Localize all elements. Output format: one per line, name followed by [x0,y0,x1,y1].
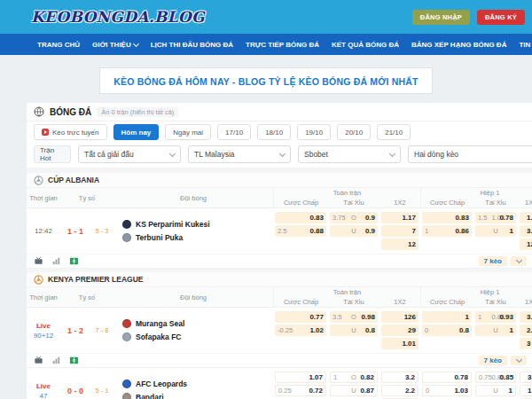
home-team[interactable]: Muranga Seal [122,319,273,328]
full-over-under: 3.75O0.9 U0.9 [328,212,379,250]
tab-today[interactable]: Hôm nay [113,124,160,140]
tab-live-odds[interactable]: Kèo trực tuyến [34,124,107,140]
odds-value: 0.86 [447,227,469,235]
nav-item-schedule[interactable]: LỊCH THI ĐẤU BÓNG ĐÁ [145,41,239,49]
odds-cell[interactable]: 0.78 [422,372,472,383]
odds-cell[interactable]: 1.45 [520,212,532,223]
odds-cell[interactable]: 3.75O0.9 [330,212,378,223]
nav-label: TRỰC TIẾP BÓNG ĐÁ [246,41,319,49]
home-team[interactable]: KS Perparimi Kukesi [122,220,273,229]
nav-item-home[interactable]: TRANG CHỦ [31,41,86,49]
odds-format-select[interactable]: TL Malaysia [188,145,291,163]
tab-tomorrow[interactable]: Ngày mai [165,124,211,140]
expand-odds-button[interactable] [511,256,527,266]
tab-date-17-10[interactable]: 17/10 [217,124,251,140]
league-header-albania[interactable]: CÚP ALBANIA [27,173,532,188]
odds-cell[interactable]: -0.251.02 [275,325,326,336]
tv-icon[interactable] [34,356,43,365]
odds-cell[interactable]: 12 [520,239,532,250]
odds-cell[interactable]: 2.1 [520,325,532,336]
league-header-kenya[interactable]: KENYA PREMIER LEAGUE [27,272,532,287]
main-nav: TRANG CHỦ GIỚI THIỆU LỊCH THI ĐẤU BÓNG Đ… [0,34,532,55]
score-value: 1 - 1 [67,227,83,236]
expand-odds-button[interactable] [511,356,527,365]
odds-cell[interactable]: 1.01 [381,338,419,349]
pitch-icon[interactable] [69,356,79,365]
odds-cell[interactable]: U0.9 [330,225,378,237]
odds-cell[interactable]: 1.07 [275,372,326,383]
nav-item-news[interactable]: TIN TỨC [512,41,532,49]
odds-cell[interactable]: U1 [475,385,516,396]
odds-cell[interactable]: 7 [381,225,419,237]
odds-cell[interactable]: 0.83 [275,212,326,223]
odds-cell[interactable]: U1 [475,225,516,237]
odds-cell[interactable]: 01.03 [422,385,472,396]
odds-cell[interactable]: 1.17 [381,212,419,223]
odds-cell[interactable]: 2.2 [381,385,419,396]
hot-matches-toggle[interactable]: Trận Hot [34,145,71,163]
nav-item-results[interactable]: KẾT QUẢ BÓNG ĐÁ [325,41,405,49]
odds-cell[interactable]: U0.87 [330,385,378,396]
more-odds-link[interactable]: 7 kèo [479,356,507,365]
half-handicap: 0.78 01.03 [420,372,473,399]
col-1x2: 1X2 [379,296,420,307]
pitch-icon[interactable] [69,256,79,266]
login-button[interactable]: ĐĂNG NHẬP [412,10,470,25]
ou-line: 1.5 [478,214,491,222]
nav-item-standings[interactable]: BẢNG XẾP HẠNG BÓNG ĐÁ [405,41,512,49]
chevron-down-icon [389,150,395,156]
odds-cell[interactable]: U1 [475,325,516,336]
tab-date-19-10[interactable]: 19/10 [297,124,331,140]
odds-cell[interactable]: 3.25 [520,372,532,383]
register-button[interactable]: ĐĂNG KÝ [477,10,525,25]
odds-cell[interactable]: 2.50.88 [275,225,326,237]
odds-cell[interactable]: 126 [381,311,419,323]
match-row-albania: 12:42 1 - 1 5 - 3 KS Perparimi Kukesi Te… [27,208,532,254]
home-team[interactable]: AFC Leopards [122,379,273,388]
col-over-under: Tài Xỉu [473,296,518,307]
away-team[interactable]: Terbuni Puka [122,233,273,242]
odds-cell[interactable]: 1.51.030.78 [475,212,516,223]
nav-item-about[interactable]: GIỚI THIỆU [86,41,145,49]
stats-icon[interactable] [51,356,61,365]
odds-cell[interactable]: 1 [422,311,472,323]
odds-cell[interactable]: 0.750.850.85 [475,372,516,383]
away-team[interactable]: Bandari [122,393,273,399]
ou-letter: U [492,387,500,395]
odds-cell[interactable]: 0.83 [422,212,472,223]
bookmaker-select[interactable]: Sbobet [298,145,401,163]
odds-cell[interactable]: 0.77 [275,311,326,323]
chevron-down-icon [279,150,286,156]
nav-label: BẢNG XẾP HẠNG BÓNG ĐÁ [411,41,506,49]
odds-cell[interactable]: 3.25 [520,311,532,323]
odds-cell[interactable]: 3.5O0.98 [330,311,378,323]
nav-item-live[interactable]: TRỰC TIẾP BÓNG ĐÁ [239,41,325,49]
odds-cell[interactable]: 0.250.72 [275,385,326,396]
tab-date-18-10[interactable]: 18/10 [257,124,291,140]
stats-icon[interactable] [51,256,61,266]
odds-cell[interactable]: 12 [381,239,419,250]
odds-cell[interactable]: 1.91 [520,385,532,396]
odds-cell[interactable]: 3.2 [381,372,419,383]
odds-cell[interactable]: 00.8 [422,325,472,336]
league-select[interactable]: Tất cả giải đấu [78,145,181,163]
league-name: KENYA PREMIER LEAGUE [48,275,144,284]
odds-cell[interactable]: U0.8 [330,325,378,336]
chevron-down-icon [515,356,521,363]
hidden-matches-note[interactable]: Ẩn 0 trận (hiển thị tất cả) [97,107,178,117]
odds-cell[interactable]: 29 [381,325,419,336]
odds-cell[interactable]: 3 [520,338,532,349]
odds-cell[interactable]: 10.880.93 [475,311,516,323]
tab-date-21-10[interactable]: 21/10 [377,124,411,140]
odds-value: 0.77 [301,313,324,321]
more-odds-link[interactable]: 7 kèo [479,256,507,266]
site-logo[interactable]: KEOBONGDA.BLOG [31,8,205,26]
full-1x2: 3.2 2.2 3.2 [379,372,420,399]
odds-cell[interactable]: 3.1 [520,225,532,237]
tab-date-20-10[interactable]: 20/10 [337,124,371,140]
odds-cell[interactable]: 10.86 [422,225,472,237]
tv-icon[interactable] [34,256,43,266]
away-team[interactable]: Sofapaka FC [122,332,273,341]
odds-cell[interactable]: 1O0.82 [330,372,378,383]
lines-select[interactable]: Hai dòng kèo [408,145,532,163]
